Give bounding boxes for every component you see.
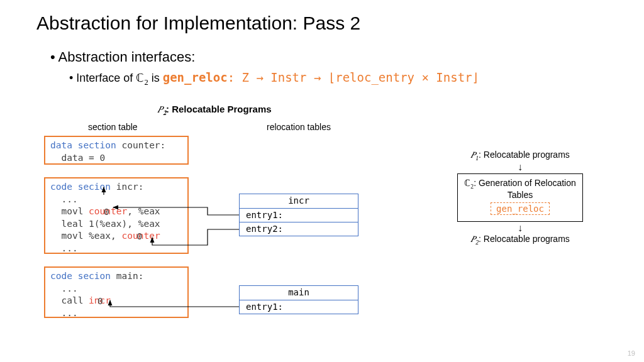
code-text: , %eax	[127, 206, 160, 216]
label-relocation-tables: relocation tables	[267, 122, 331, 132]
kw-code-section: code secion	[50, 271, 111, 281]
reloc-table-main: main entry1:	[239, 285, 358, 314]
flow-box-c2: ℂ2: Generation of Relocation Tables gen_…	[457, 173, 583, 222]
code-line: code secion main:	[50, 270, 182, 283]
code-line: ...	[50, 283, 182, 295]
code-line: data section counter:	[50, 140, 182, 152]
kw-data-section: data section	[50, 140, 116, 150]
code-line: code secion incr:	[50, 181, 182, 194]
reloc-row: entry1:	[240, 300, 358, 314]
code-line: leal 1(%eax), %eax	[50, 218, 182, 231]
code-line: ...	[50, 307, 182, 320]
code-data-name: counter:	[116, 140, 166, 150]
reloc-header: incr	[240, 194, 358, 208]
p2-math: 𝑃2	[470, 234, 479, 244]
reloc-header: main	[240, 286, 358, 300]
symbol-c2-glyph: ℂ	[136, 72, 144, 84]
c2-glyph: ℂ2	[464, 178, 474, 188]
code-line-call-incr: call incr0	[50, 295, 182, 307]
bullet-abstraction-interfaces: Abstraction interfaces:	[50, 49, 195, 65]
reloc-row: entry1:	[240, 208, 358, 222]
text-interface-prefix: Interface of	[76, 72, 136, 84]
c2-text: : Generation of Relocation Tables	[474, 178, 576, 200]
p2-math-p: 𝑃	[157, 104, 163, 114]
p2-text: : Relocatable programs	[479, 234, 570, 244]
p1-text: : Relocatable programs	[479, 150, 570, 160]
text-is: is	[148, 72, 163, 84]
symbol-c2: ℂ2	[136, 72, 148, 84]
code-line-movl-eax-counter: movl %eax, counter0	[50, 230, 182, 243]
code-incr-name: incr:	[111, 182, 143, 192]
code-text: call	[50, 295, 89, 305]
code-line: ...	[50, 194, 182, 206]
kw-code-section: code secion	[50, 182, 111, 192]
page-number: 19	[628, 349, 635, 357]
gen-reloc-type-sig: : Z → Instr → ⌊reloc_entry × Instr⌋	[228, 70, 479, 84]
overlay-zero: 0	[97, 295, 103, 308]
gen-reloc-signature: gen_reloc: Z → Instr → ⌊reloc_entry × In…	[163, 70, 479, 84]
p1-glyph: 𝑃	[470, 150, 475, 160]
bullet-interface-c2: Interface of ℂ2 is gen_reloc: Z → Instr …	[69, 70, 479, 87]
gen-reloc-dashed-box: gen_reloc	[491, 202, 550, 215]
p2-heading-text: : Relocatable Programs	[166, 104, 272, 114]
code-line-movl-counter: movl counter0, %eax	[50, 206, 182, 218]
code-box-incr: code secion incr: ... movl counter0, %ea…	[44, 177, 189, 254]
flow-diagram: 𝑃1: Relocatable programs ↓ ℂ2: Generatio…	[435, 150, 605, 245]
p2-heading: 𝑃𝟐: Relocatable Programs	[157, 104, 272, 117]
code-text: movl	[50, 206, 89, 216]
slide-title: Abstraction for Implementation: Pass 2	[36, 13, 360, 34]
code-box-data-section: data section counter: data = 0	[44, 136, 189, 165]
flow-p2: 𝑃2: Relocatable programs	[435, 234, 605, 246]
overlay-zero: 0	[104, 206, 109, 219]
arrow-down-icon: ↓	[435, 162, 605, 172]
p2-glyph: 𝑃	[470, 234, 475, 244]
c2-g: ℂ	[464, 178, 470, 188]
reloc-row: entry2:	[240, 222, 358, 236]
gen-reloc-name: gen_reloc	[163, 70, 228, 84]
code-line: ...	[50, 243, 182, 255]
arrow-down-icon: ↓	[435, 223, 605, 233]
label-section-table: section table	[88, 122, 138, 132]
p2-math: 𝑃𝟐	[157, 104, 166, 114]
code-main-name: main:	[111, 271, 143, 281]
code-text: movl %eax,	[50, 231, 122, 241]
code-box-main: code secion main: ... call incr0 ...	[44, 266, 189, 318]
p1-math: 𝑃1	[470, 150, 479, 160]
flow-c2-label: ℂ2: Generation of Relocation Tables	[464, 178, 576, 200]
overlay-zero: 0	[137, 231, 143, 243]
reloc-table-incr: incr entry1: entry2:	[239, 194, 358, 236]
flow-p1: 𝑃1: Relocatable programs	[435, 150, 605, 162]
code-line: data = 0	[50, 152, 182, 165]
